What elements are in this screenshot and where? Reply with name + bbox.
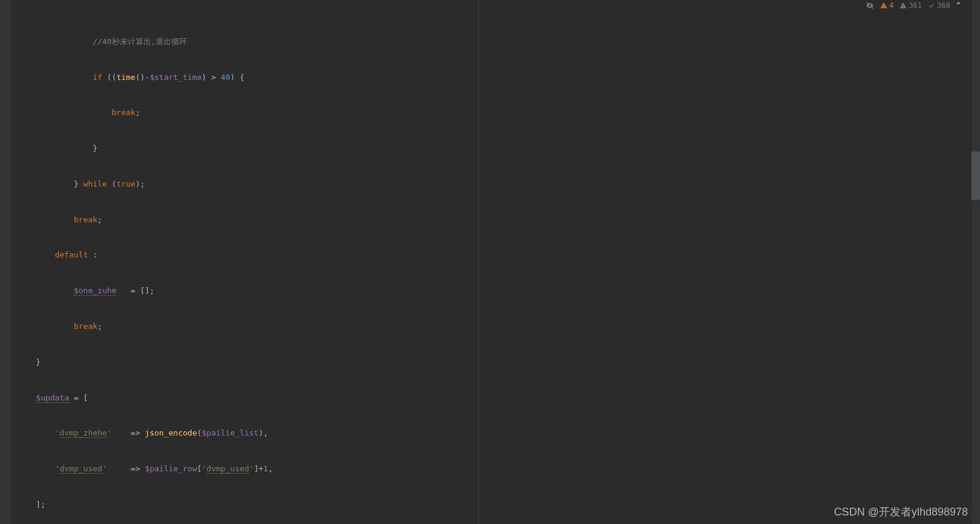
gutter	[0, 0, 10, 524]
watermark: CSDN @开发者ylhd898978	[834, 505, 968, 519]
inspection-status-bar[interactable]: 4 361 368 ^	[866, 1, 961, 10]
fn-time: time	[116, 73, 135, 82]
comment: //40秒未计算出,退出循环	[93, 37, 187, 46]
kw-default: default	[55, 250, 88, 259]
warning-count-grey[interactable]: 361	[899, 1, 922, 10]
caret-up-icon[interactable]: ^	[956, 1, 961, 10]
code-area[interactable]: //40秒未计算出,退出循环 if ((time()-$start_time) …	[10, 0, 972, 524]
code-editor[interactable]: //40秒未计算出,退出循环 if ((time()-$start_time) …	[0, 0, 972, 524]
kw-while: while	[84, 179, 107, 188]
kw-break: break	[112, 108, 136, 117]
scrollbar-thumb[interactable]	[972, 151, 980, 200]
scrollbar-vertical[interactable]	[972, 0, 980, 524]
kw-if: if	[93, 73, 102, 82]
warning-count-orange[interactable]: 4	[880, 1, 893, 10]
warning-icon	[880, 2, 887, 9]
ok-count[interactable]: 368	[928, 1, 950, 10]
reader-mode-icon[interactable]	[866, 1, 874, 10]
check-icon	[928, 2, 935, 9]
warning-icon	[899, 2, 907, 9]
